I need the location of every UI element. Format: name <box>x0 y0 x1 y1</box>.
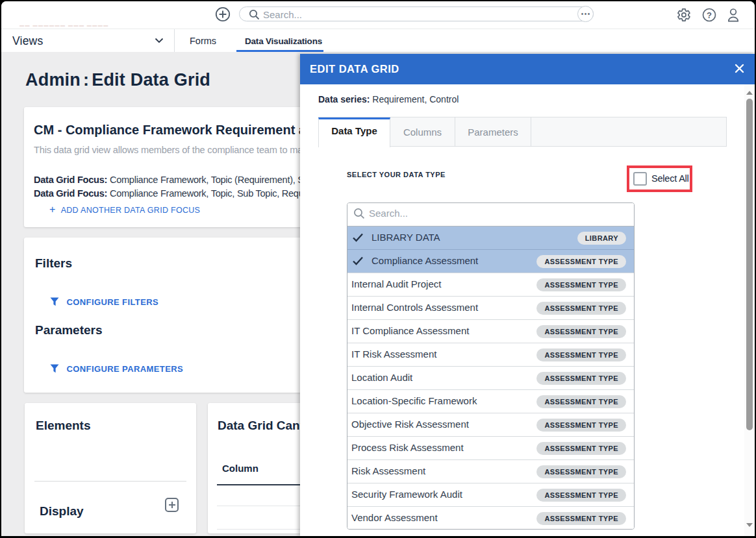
svg-text:?: ? <box>707 10 712 20</box>
